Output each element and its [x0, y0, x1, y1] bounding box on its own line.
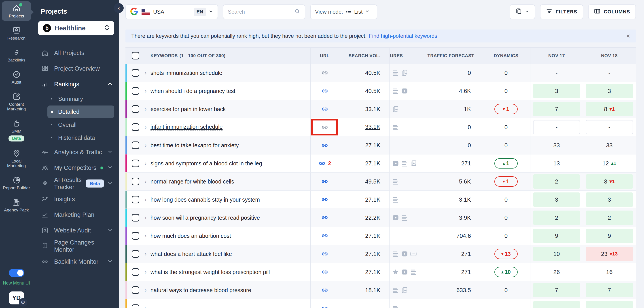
view-mode-selector[interactable]: View mode: List: [310, 4, 377, 19]
url-link-icon[interactable]: [321, 268, 328, 276]
nav-item-analytics-traffic[interactable]: Analytics & Traffic: [33, 144, 119, 160]
nav-item-all-projects[interactable]: All Projects: [33, 45, 119, 61]
sidebar-collapse-button[interactable]: ‹: [114, 3, 124, 13]
row-checkbox[interactable]: [132, 141, 139, 149]
nav-item-rankings[interactable]: Rankings: [33, 76, 119, 92]
url-link-icon[interactable]: [321, 196, 328, 203]
nav-subitem-detailed[interactable]: Detailed: [48, 105, 114, 118]
expand-chevron[interactable]: ›: [141, 245, 150, 263]
url-link-icon[interactable]: [321, 123, 328, 131]
url-link-icon[interactable]: [321, 305, 328, 308]
rail-item-content-marketing[interactable]: Content Marketing: [2, 90, 31, 114]
rail-item-agency-pack[interactable]: Agency Pack: [2, 195, 31, 215]
row-checkbox[interactable]: [132, 69, 139, 77]
nav-item-website-audit[interactable]: Website Audit: [33, 223, 119, 238]
filters-button[interactable]: FILTERS: [540, 4, 583, 19]
url-link-icon[interactable]: [321, 232, 328, 240]
url-link-icon[interactable]: [321, 178, 328, 185]
project-selector[interactable]: b Healthline: [38, 21, 114, 35]
keyword-text[interactable]: infant immunization schedule: [150, 124, 222, 131]
row-checkbox[interactable]: [132, 268, 139, 276]
find-keywords-link[interactable]: Find high-potential keywords: [369, 33, 438, 39]
keyword-text[interactable]: what is the strongest weight loss prescr…: [150, 269, 270, 275]
rail-item-projects[interactable]: Projects: [2, 1, 31, 21]
keyword-text[interactable]: normal range for white blood cells: [150, 178, 234, 185]
nav-subitem-overall[interactable]: Overall: [48, 118, 114, 131]
keyword-text[interactable]: signs and symptoms of a blood clot in th…: [150, 160, 262, 167]
url-link-icon[interactable]: [321, 141, 328, 149]
header-dynamics[interactable]: DYNAMICS: [482, 48, 530, 64]
keyword-text[interactable]: shots immunization schedule: [150, 70, 222, 76]
url-link-icon[interactable]: [321, 105, 328, 113]
expand-chevron[interactable]: ›: [141, 263, 150, 281]
search-engine-selector[interactable]: USA EN: [126, 4, 218, 19]
nav-item-ai-results-tracker[interactable]: AI Results TrackerBeta: [33, 176, 119, 191]
expand-chevron[interactable]: ›: [141, 281, 150, 299]
keyword-text[interactable]: how much does an abortion cost: [150, 233, 231, 239]
nav-item-page-changes-monitor[interactable]: Page Changes Monitor: [33, 238, 119, 254]
url-link-icon[interactable]: [321, 69, 328, 77]
header-nov-18[interactable]: NOV-18: [583, 48, 636, 64]
keyword-text[interactable]: when should i do a pregnancy test: [150, 88, 235, 94]
header-search-vol[interactable]: SEARCH VOL.: [339, 48, 390, 64]
nav-item-backlink-monitor[interactable]: Backlink Monitor: [33, 254, 119, 270]
expand-chevron[interactable]: ›: [141, 136, 150, 154]
rail-item-research[interactable]: Research: [2, 23, 31, 43]
expand-chevron[interactable]: ›: [141, 118, 150, 136]
row-checkbox[interactable]: [132, 196, 139, 203]
keyword-text[interactable]: what does a heart attack feel like: [150, 251, 232, 257]
header-features[interactable]: URES: [390, 48, 420, 64]
expand-chevron[interactable]: ›: [141, 100, 150, 118]
row-checkbox[interactable]: [132, 160, 139, 167]
keyword-text[interactable]: how soon will a pregnancy test read posi…: [150, 215, 260, 221]
settings-gear-icon[interactable]: ⚙: [19, 298, 27, 307]
header-traffic-forecast[interactable]: TRAFFIC FORECAST: [420, 48, 482, 64]
row-checkbox[interactable]: [132, 105, 139, 113]
rail-item-report-builder[interactable]: Report Builder: [2, 173, 31, 193]
nav-item-insights[interactable]: Insights: [33, 191, 119, 207]
url-link-icon[interactable]: [321, 214, 328, 222]
nav-item-my-competitors[interactable]: My Competitors: [33, 160, 119, 176]
rail-item-backlinks[interactable]: Backlinks: [2, 45, 31, 65]
search-input[interactable]: Search: [223, 4, 305, 19]
nav-item-marketing-plan[interactable]: Marketing Plan: [33, 207, 119, 223]
rail-item-local-marketing[interactable]: Local Marketing: [2, 146, 31, 171]
url-link-icon[interactable]: [321, 286, 328, 294]
columns-button[interactable]: COLUMNS: [588, 4, 636, 19]
url-link-icon[interactable]: [321, 87, 328, 95]
expand-chevron[interactable]: ›: [141, 154, 150, 172]
keyword-text[interactable]: how long does cannabis stay in your syst…: [150, 197, 260, 203]
row-checkbox[interactable]: [132, 286, 139, 294]
expand-chevron[interactable]: ›: [141, 191, 150, 209]
header-url[interactable]: URL: [310, 48, 339, 64]
nav-item-project-overview[interactable]: Project Overview: [33, 61, 119, 76]
nav-subitem-summary[interactable]: Summary: [48, 92, 114, 105]
row-checkbox[interactable]: [132, 123, 139, 131]
copy-report-button[interactable]: [510, 4, 535, 19]
url-link-icon[interactable]: [318, 160, 326, 167]
new-menu-ui-toggle[interactable]: [9, 269, 24, 277]
more-serp-icon[interactable]: [410, 251, 417, 257]
url-link-icon[interactable]: [321, 250, 328, 258]
nav-subitem-historical-data[interactable]: Historical data: [48, 131, 114, 144]
rail-item-smm[interactable]: SMMBeta: [2, 116, 31, 143]
row-checkbox[interactable]: [132, 305, 139, 308]
expand-chevron[interactable]: ›: [141, 173, 150, 190]
rail-item-audit[interactable]: Audit: [2, 67, 31, 87]
row-checkbox[interactable]: [132, 232, 139, 240]
select-all-checkbox[interactable]: [132, 52, 139, 59]
close-icon[interactable]: ×: [626, 32, 630, 40]
row-checkbox[interactable]: [132, 250, 139, 258]
row-checkbox[interactable]: [132, 214, 139, 222]
expand-chevron[interactable]: ›: [141, 299, 150, 308]
expand-chevron[interactable]: ›: [141, 209, 150, 227]
row-checkbox[interactable]: [132, 87, 139, 95]
header-keywords[interactable]: KEYWORDS(1 - 100 OUT OF 300): [150, 48, 310, 64]
expand-chevron[interactable]: ›: [141, 227, 150, 245]
keyword-text[interactable]: natural ways to decrease blood pressure: [150, 287, 251, 294]
header-nov-17[interactable]: NOV-17: [530, 48, 583, 64]
keyword-text[interactable]: best time to take lexapro for anxiety: [150, 142, 239, 149]
keyword-text[interactable]: exercise for pain in lower back: [150, 106, 226, 112]
expand-chevron[interactable]: ›: [141, 64, 150, 82]
row-checkbox[interactable]: [132, 178, 139, 185]
